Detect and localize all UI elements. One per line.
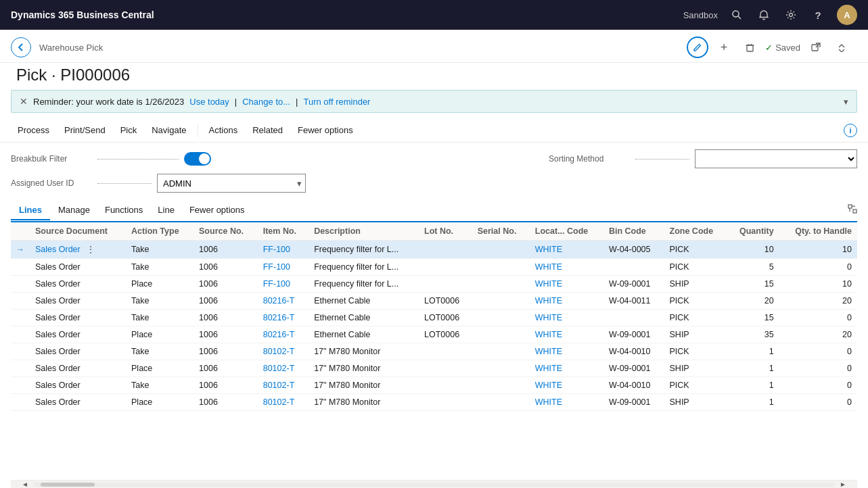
- menu-pick[interactable]: Pick: [114, 121, 144, 139]
- row-action-type: Place: [126, 394, 193, 411]
- lines-menu-line[interactable]: Line: [151, 201, 181, 219]
- svg-line-1: [738, 16, 741, 19]
- row-zone-code: PICK: [664, 241, 727, 259]
- col-serial-no[interactable]: Serial No.: [472, 222, 530, 241]
- row-description: 17" M780 Monitor: [309, 343, 419, 360]
- row-source-no: 1006: [193, 343, 258, 360]
- col-quantity[interactable]: Quantity: [727, 222, 779, 241]
- top-navigation: Dynamics 365 Business Central Sandbox ? …: [0, 0, 868, 30]
- row-locat-code[interactable]: WHITE: [530, 259, 603, 276]
- table-row[interactable]: Sales Order Place 1006 FF-100 Frequency …: [11, 276, 857, 293]
- scroll-left-arrow[interactable]: ◄: [22, 481, 28, 488]
- col-lot-no[interactable]: Lot No.: [419, 222, 472, 241]
- row-item-no[interactable]: 80102-T: [258, 394, 309, 411]
- breakbulk-filter-label: Breakbulk Filter: [11, 154, 92, 164]
- reminder-chevron-icon[interactable]: ▾: [844, 97, 848, 107]
- col-source-no[interactable]: Source No.: [193, 222, 258, 241]
- info-icon[interactable]: i: [844, 124, 857, 137]
- help-icon[interactable]: ?: [810, 7, 826, 23]
- row-item-no[interactable]: 80102-T: [258, 360, 309, 377]
- reminder-use-today-link[interactable]: Use today: [189, 97, 229, 107]
- table-row[interactable]: Sales Order Take 1006 FF-100 Frequency f…: [11, 259, 857, 276]
- col-zone-code[interactable]: Zone Code: [664, 222, 727, 241]
- table-row[interactable]: Sales Order Take 1006 80102-T 17" M780 M…: [11, 377, 857, 394]
- menu-navigate[interactable]: Navigate: [145, 121, 193, 139]
- breakbulk-toggle[interactable]: [184, 152, 211, 166]
- row-context-menu-button[interactable]: ⋮: [83, 244, 98, 255]
- menu-print-send[interactable]: Print/Send: [58, 121, 112, 139]
- col-item-no[interactable]: Item No.: [258, 222, 309, 241]
- row-locat-code[interactable]: WHITE: [530, 394, 603, 411]
- row-locat-code[interactable]: WHITE: [530, 343, 603, 360]
- toolbar-actions: + ✓ Saved: [687, 36, 852, 58]
- scroll-thumb[interactable]: [41, 483, 95, 487]
- row-quantity: 10: [727, 241, 779, 259]
- col-bin-code[interactable]: Bin Code: [603, 222, 664, 241]
- col-action-type[interactable]: Action Type: [126, 222, 193, 241]
- table-row[interactable]: Sales Order Place 1006 80102-T 17" M780 …: [11, 394, 857, 411]
- row-locat-code[interactable]: WHITE: [530, 377, 603, 394]
- row-item-no[interactable]: 80216-T: [258, 293, 309, 310]
- row-item-no[interactable]: 80216-T: [258, 326, 309, 343]
- row-item-no[interactable]: FF-100: [258, 259, 309, 276]
- table-row[interactable]: → Sales Order⋮ Take 1006 FF-100 Frequenc…: [11, 241, 857, 259]
- row-source-link[interactable]: Sales Order: [35, 245, 81, 254]
- col-locat-code[interactable]: Locat... Code: [530, 222, 603, 241]
- table-row[interactable]: Sales Order Take 1006 80102-T 17" M780 M…: [11, 343, 857, 360]
- lines-expand-icon[interactable]: [848, 204, 857, 216]
- scroll-track[interactable]: [34, 483, 834, 487]
- row-lot-no: LOT0006: [419, 310, 472, 326]
- add-button[interactable]: +: [714, 37, 734, 57]
- row-locat-code[interactable]: WHITE: [530, 241, 603, 259]
- search-icon[interactable]: [729, 7, 745, 23]
- col-qty-handle[interactable]: Qty. to Handle: [779, 222, 857, 241]
- delete-button[interactable]: [739, 37, 760, 57]
- fields-row-2: Assigned User ID ADMIN: [11, 174, 857, 193]
- row-locat-code[interactable]: WHITE: [530, 326, 603, 343]
- row-item-no[interactable]: FF-100: [258, 241, 309, 259]
- lines-menu-fewer-options[interactable]: Fewer options: [183, 201, 252, 219]
- table-row[interactable]: Sales Order Take 1006 80216-T Ethernet C…: [11, 293, 857, 310]
- reminder-close-icon[interactable]: ✕: [20, 96, 28, 107]
- table-row[interactable]: Sales Order Place 1006 80102-T 17" M780 …: [11, 360, 857, 377]
- col-description[interactable]: Description: [309, 222, 419, 241]
- table-row[interactable]: Sales Order Take 1006 80216-T Ethernet C…: [11, 310, 857, 326]
- reminder-change-to-link[interactable]: Change to...: [242, 97, 290, 107]
- gear-icon[interactable]: [783, 7, 799, 23]
- row-item-no[interactable]: 80216-T: [258, 310, 309, 326]
- row-item-no[interactable]: FF-100: [258, 276, 309, 293]
- scroll-right-arrow[interactable]: ►: [840, 481, 846, 488]
- table-row[interactable]: Sales Order Place 1006 80216-T Ethernet …: [11, 326, 857, 343]
- row-description: Ethernet Cable: [309, 310, 419, 326]
- row-locat-code[interactable]: WHITE: [530, 310, 603, 326]
- sorting-method-select[interactable]: Item Document Shelf or Bin Zone: [695, 149, 857, 168]
- collapse-button[interactable]: [831, 37, 852, 57]
- row-item-no[interactable]: 80102-T: [258, 377, 309, 394]
- row-description: Frequency filter for L...: [309, 241, 419, 259]
- row-locat-code[interactable]: WHITE: [530, 360, 603, 377]
- reminder-turn-off-link[interactable]: Turn off reminder: [303, 97, 370, 107]
- breakbulk-toggle-control[interactable]: [184, 152, 211, 166]
- open-in-new-button[interactable]: [806, 37, 826, 57]
- back-button[interactable]: [11, 37, 31, 57]
- menu-process[interactable]: Process: [11, 121, 56, 139]
- lines-menu-manage[interactable]: Manage: [51, 201, 97, 219]
- user-avatar[interactable]: A: [837, 5, 857, 25]
- col-source-doc[interactable]: Source Document: [30, 222, 126, 241]
- menu-related[interactable]: Related: [246, 121, 290, 139]
- row-quantity: 20: [727, 293, 779, 310]
- row-bin-code: W-09-0001: [603, 276, 664, 293]
- lines-tab[interactable]: Lines: [11, 201, 50, 220]
- row-source-doc: Sales Order: [30, 276, 126, 292]
- row-item-no[interactable]: 80102-T: [258, 343, 309, 360]
- row-locat-code[interactable]: WHITE: [530, 293, 603, 310]
- menu-fewer-options[interactable]: Fewer options: [291, 121, 360, 139]
- menu-actions[interactable]: Actions: [202, 121, 245, 139]
- row-locat-code[interactable]: WHITE: [530, 276, 603, 293]
- lines-menu-functions[interactable]: Functions: [98, 201, 150, 219]
- edit-button[interactable]: [687, 36, 708, 58]
- assigned-user-select[interactable]: ADMIN: [157, 174, 306, 193]
- bell-icon[interactable]: [756, 7, 772, 23]
- row-action-type: Take: [126, 377, 193, 394]
- row-source-no: 1006: [193, 276, 258, 293]
